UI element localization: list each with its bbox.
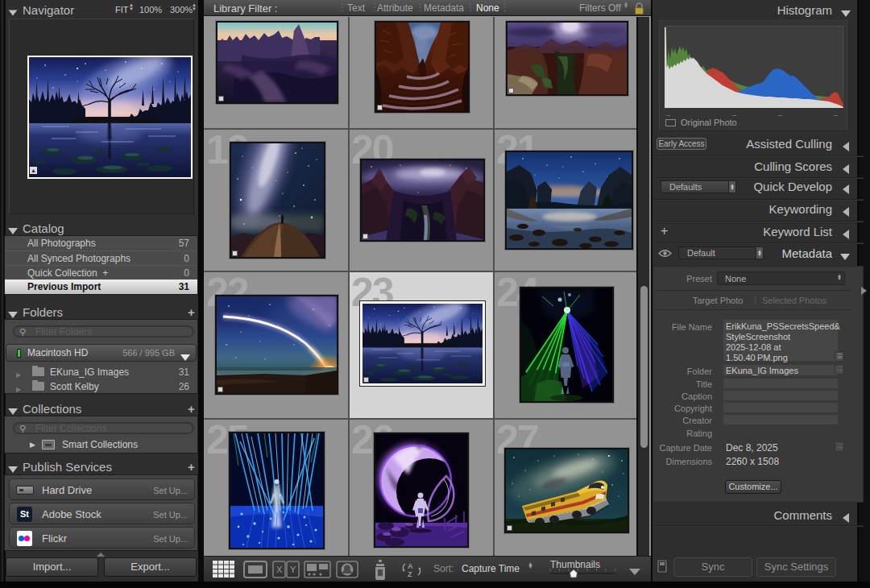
svg-text:X: X: [276, 565, 283, 574]
svg-text:A: A: [408, 562, 413, 570]
svg-text:Z: Z: [408, 570, 412, 578]
svg-text:Y: Y: [290, 565, 296, 574]
